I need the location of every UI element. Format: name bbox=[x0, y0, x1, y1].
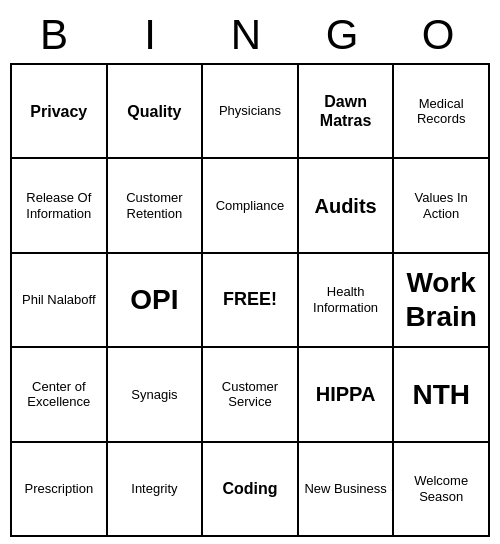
bingo-cell-6: Customer Retention bbox=[108, 159, 204, 253]
bingo-cell-20: Prescription bbox=[12, 443, 108, 537]
bingo-title: B I N G O bbox=[10, 7, 490, 63]
bingo-cell-12: FREE! bbox=[203, 254, 299, 348]
bingo-cell-4: Medical Records bbox=[394, 65, 490, 159]
bingo-cell-5: Release Of Information bbox=[12, 159, 108, 253]
bingo-cell-15: Center of Excellence bbox=[12, 348, 108, 442]
bingo-cell-21: Integrity bbox=[108, 443, 204, 537]
bingo-card: B I N G O PrivacyQualityPhysiciansDawn M… bbox=[10, 7, 490, 537]
bingo-cell-16: Synagis bbox=[108, 348, 204, 442]
bingo-cell-10: Phil Nalaboff bbox=[12, 254, 108, 348]
bingo-cell-13: Health Information bbox=[299, 254, 395, 348]
bingo-cell-3: Dawn Matras bbox=[299, 65, 395, 159]
bingo-cell-18: HIPPA bbox=[299, 348, 395, 442]
bingo-cell-17: Customer Service bbox=[203, 348, 299, 442]
letter-b: B bbox=[14, 11, 102, 59]
bingo-cell-9: Values In Action bbox=[394, 159, 490, 253]
bingo-cell-0: Privacy bbox=[12, 65, 108, 159]
bingo-cell-24: Welcome Season bbox=[394, 443, 490, 537]
bingo-cell-11: OPI bbox=[108, 254, 204, 348]
bingo-cell-1: Quality bbox=[108, 65, 204, 159]
bingo-cell-19: NTH bbox=[394, 348, 490, 442]
letter-o: O bbox=[398, 11, 486, 59]
bingo-cell-14: Work Brain bbox=[394, 254, 490, 348]
letter-g: G bbox=[302, 11, 390, 59]
bingo-cell-22: Coding bbox=[203, 443, 299, 537]
bingo-cell-23: New Business bbox=[299, 443, 395, 537]
bingo-cell-7: Compliance bbox=[203, 159, 299, 253]
bingo-cell-8: Audits bbox=[299, 159, 395, 253]
bingo-grid: PrivacyQualityPhysiciansDawn MatrasMedic… bbox=[10, 63, 490, 537]
bingo-cell-2: Physicians bbox=[203, 65, 299, 159]
letter-i: I bbox=[110, 11, 198, 59]
letter-n: N bbox=[206, 11, 294, 59]
